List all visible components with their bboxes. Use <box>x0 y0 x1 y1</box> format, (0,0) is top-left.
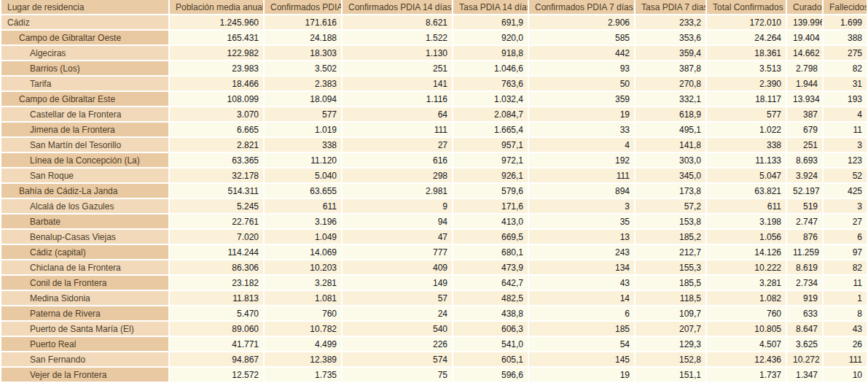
table-row-puerto-de-santa-maria-el: Puerto de Santa María (El)89.06010.78254… <box>0 322 868 337</box>
data-cell-fallecidos: 1 <box>824 291 868 306</box>
row-label-cell: Puerto de Santa María (El) <box>0 322 170 337</box>
data-cell-poblacion-media-anual: 114.244 <box>170 245 265 260</box>
data-cell-confirmados-pdia-14-dias: 298 <box>343 169 453 184</box>
data-cell-total-confirmados: 14.126 <box>707 245 787 260</box>
data-cell-fallecidos: 425 <box>824 184 868 199</box>
data-cell-tasa-pdia-14-dias: 596,6 <box>453 368 529 383</box>
data-cell-total-confirmados: 1.056 <box>707 230 787 245</box>
data-cell-tasa-pdia-7-dias: 332,1 <box>636 92 707 107</box>
table-row-san-martin-del-tesorillo: San Martín del Tesorillo2.82133827957,14… <box>0 138 868 153</box>
data-cell-poblacion-media-anual: 22.761 <box>170 214 265 230</box>
data-cell-poblacion-media-anual: 94.867 <box>170 352 265 368</box>
data-cell-curados: 10.272 <box>787 352 824 368</box>
row-label-cell: Cádiz <box>0 15 170 31</box>
data-cell-total-confirmados: 3.513 <box>707 61 787 77</box>
table-row-bahia-de-cadiz-la-janda: Bahía de Cádiz-La Janda514.31163.6552.98… <box>0 184 868 199</box>
data-cell-fallecidos: 193 <box>824 92 868 107</box>
data-cell-fallecidos: 4 <box>824 107 868 123</box>
data-cell-tasa-pdia-14-dias: 473,9 <box>453 260 529 276</box>
data-cell-confirmados-pdia: 1.081 <box>265 291 343 306</box>
table-body: Cádiz1.245.960171.6168.621691,92.906233,… <box>0 15 868 383</box>
data-cell-confirmados-pdia: 10.782 <box>265 322 343 337</box>
data-cell-total-confirmados: 3.281 <box>707 276 787 291</box>
data-cell-total-confirmados: 10.805 <box>707 322 787 337</box>
data-cell-total-confirmados: 760 <box>707 306 787 322</box>
data-cell-tasa-pdia-14-dias: 1.032,4 <box>453 92 529 107</box>
data-cell-poblacion-media-anual: 514.311 <box>170 184 265 199</box>
data-cell-fallecidos: 111 <box>824 352 868 368</box>
data-cell-total-confirmados: 11.133 <box>707 153 787 169</box>
data-cell-confirmados-pdia: 18.303 <box>265 46 343 61</box>
data-cell-confirmados-pdia-14-dias: 47 <box>343 230 453 245</box>
data-cell-poblacion-media-anual: 86.306 <box>170 260 265 276</box>
data-cell-confirmados-pdia: 14.069 <box>265 245 343 260</box>
data-cell-confirmados-pdia: 3.281 <box>265 276 343 291</box>
data-cell-poblacion-media-anual: 18.466 <box>170 77 265 92</box>
row-label-cell: Tarifa <box>0 77 170 92</box>
data-cell-confirmados-pdia-14-dias: 149 <box>343 276 453 291</box>
row-label-cell: Paterna de Rivera <box>0 306 170 322</box>
data-cell-confirmados-pdia: 611 <box>265 199 343 214</box>
data-cell-confirmados-pdia: 2.383 <box>265 77 343 92</box>
data-cell-poblacion-media-anual: 32.178 <box>170 169 265 184</box>
data-cell-confirmados-pdia-14-dias: 8.621 <box>343 15 453 31</box>
data-cell-tasa-pdia-7-dias: 151,1 <box>636 368 707 383</box>
data-cell-fallecidos: 10 <box>824 368 868 383</box>
data-cell-confirmados-pdia-14-dias: 94 <box>343 214 453 230</box>
data-cell-fallecidos: 27 <box>824 214 868 230</box>
data-cell-curados: 8.619 <box>787 260 824 276</box>
row-label-cell: Castellar de la Frontera <box>0 107 170 123</box>
data-cell-poblacion-media-anual: 23.182 <box>170 276 265 291</box>
data-cell-confirmados-pdia: 11.120 <box>265 153 343 169</box>
data-cell-tasa-pdia-14-dias: 413,0 <box>453 214 529 230</box>
data-cell-confirmados-pdia-14-dias: 141 <box>343 77 453 92</box>
row-label-cell: Línea de la Concepción (La) <box>0 153 170 169</box>
data-cell-confirmados-pdia-7-dias: 111 <box>529 169 636 184</box>
row-label-cell: Vejer de la Frontera <box>0 368 170 383</box>
data-cell-curados: 876 <box>787 230 824 245</box>
data-cell-tasa-pdia-7-dias: 185,5 <box>636 276 707 291</box>
row-label-cell: Campo de Gibraltar Este <box>0 92 170 107</box>
data-cell-tasa-pdia-7-dias: 359,4 <box>636 46 707 61</box>
column-header-confirmados-pdia-7-dias: Confirmados PDIA 7 días <box>529 0 636 15</box>
data-cell-confirmados-pdia-14-dias: 616 <box>343 153 453 169</box>
data-cell-fallecidos: 26 <box>824 337 868 352</box>
data-cell-tasa-pdia-14-dias: 2.084,7 <box>453 107 529 123</box>
data-cell-tasa-pdia-14-dias: 438,8 <box>453 306 529 322</box>
data-cell-confirmados-pdia: 12.389 <box>265 352 343 368</box>
data-cell-tasa-pdia-7-dias: 153,8 <box>636 214 707 230</box>
column-header-poblacion-media-anual: Población media anual <box>170 0 265 15</box>
table-row-barrios-los: Barrios (Los)23.9833.5022511.046,693387,… <box>0 61 868 77</box>
data-cell-confirmados-pdia: 3.196 <box>265 214 343 230</box>
data-cell-total-confirmados: 2.390 <box>707 77 787 92</box>
row-label-cell: Medina Sidonia <box>0 291 170 306</box>
data-cell-fallecidos: 1.699 <box>824 15 868 31</box>
data-cell-tasa-pdia-14-dias: 920,0 <box>453 31 529 46</box>
data-cell-confirmados-pdia: 18.094 <box>265 92 343 107</box>
data-cell-tasa-pdia-14-dias: 606,3 <box>453 322 529 337</box>
data-cell-confirmados-pdia-14-dias: 24 <box>343 306 453 322</box>
data-cell-tasa-pdia-7-dias: 212,7 <box>636 245 707 260</box>
data-cell-curados: 1.347 <box>787 368 824 383</box>
table-row-cadiz-capital: Cádiz (capital)114.24414.069777680,12432… <box>0 245 868 260</box>
data-cell-curados: 3.625 <box>787 337 824 352</box>
table-row-cadiz: Cádiz1.245.960171.6168.621691,92.906233,… <box>0 15 868 31</box>
table-row-jimena-de-la-frontera: Jimena de la Frontera6.6651.0191111.665,… <box>0 123 868 138</box>
data-cell-confirmados-pdia: 1.049 <box>265 230 343 245</box>
data-cell-tasa-pdia-14-dias: 926,1 <box>453 169 529 184</box>
data-cell-curados: 387 <box>787 107 824 123</box>
data-cell-curados: 679 <box>787 123 824 138</box>
table-row-algeciras: Algeciras122.98218.3031.130918,8442359,4… <box>0 46 868 61</box>
data-cell-tasa-pdia-7-dias: 155,3 <box>636 260 707 276</box>
data-cell-confirmados-pdia-14-dias: 540 <box>343 322 453 337</box>
data-cell-confirmados-pdia: 577 <box>265 107 343 123</box>
data-cell-fallecidos: 275 <box>824 46 868 61</box>
data-cell-curados: 19.404 <box>787 31 824 46</box>
data-cell-fallecidos: 82 <box>824 61 868 77</box>
data-cell-tasa-pdia-7-dias: 353,6 <box>636 31 707 46</box>
data-cell-confirmados-pdia: 3.502 <box>265 61 343 77</box>
column-header-lugar-de-residencia: Lugar de residencia <box>0 0 170 15</box>
data-cell-curados: 139.996 <box>787 15 824 31</box>
residence-statistics-table-view: Lugar de residenciaPoblación media anual… <box>0 0 868 383</box>
data-cell-tasa-pdia-7-dias: 109,7 <box>636 306 707 322</box>
